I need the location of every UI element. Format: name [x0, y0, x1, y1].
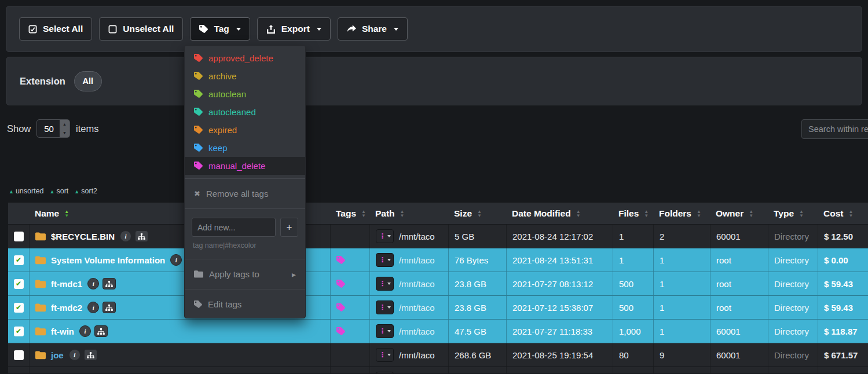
stepper-up-icon[interactable]	[60, 120, 69, 129]
tag-button[interactable]: Tag	[190, 17, 250, 41]
size-cell: 5 GB	[448, 225, 506, 248]
folders-cell: 9	[653, 343, 710, 366]
column-header-type[interactable]: Type	[768, 203, 818, 224]
path-menu-button[interactable]: ⋮	[376, 324, 394, 338]
sort-link-sort[interactable]: sort	[50, 187, 69, 195]
extension-all-pill[interactable]: All	[74, 71, 102, 91]
info-button[interactable]: i	[170, 254, 182, 266]
search-input[interactable]	[801, 119, 868, 139]
tag-menu-item[interactable]: autoclean	[185, 85, 305, 103]
table-row[interactable]: ✔ System Volume Information i ⋮ /mnt/tac…	[8, 248, 868, 272]
tree-button[interactable]	[94, 325, 108, 337]
tag-icon	[194, 162, 203, 170]
stepper-down-icon[interactable]	[60, 129, 69, 137]
row-checkbox[interactable]: ✔	[14, 279, 24, 289]
row-checkbox[interactable]: ✔	[14, 255, 24, 265]
table-row[interactable]: ✔ ft-mdc1 i ⋮ /mnt/taco 23.8 GB 2021-07-…	[8, 272, 868, 296]
cost-cell: $ 59.43	[818, 272, 868, 295]
folders-cell: 2	[653, 225, 710, 248]
ellipsis-icon: ⋮	[379, 304, 386, 311]
folder-icon	[35, 280, 46, 288]
table-row[interactable]: ✔ $RECYCLE.BIN i ⋮ /mnt/taco 5 GB 2021-0…	[8, 225, 868, 248]
size-cell: 268.6 GB	[448, 343, 506, 366]
show-count-value: 50	[37, 120, 60, 137]
path-cell: ⋮ /mnt/taco	[369, 296, 448, 319]
tag-dropdown-menu: approved_delete archive autoclean autocl…	[184, 45, 306, 318]
toolbar-panel: Select All Unselect All Tag Export Share	[6, 6, 862, 52]
table-row[interactable]: ✔ joe i ⋮ /mnt/taco 268.6 GB 2021-08-25 …	[8, 343, 868, 367]
info-button[interactable]: i	[69, 349, 80, 361]
sort-arrows-icon	[749, 210, 753, 218]
tree-button[interactable]	[102, 302, 116, 313]
sort-arrows-icon	[799, 210, 804, 218]
column-header-date-modified[interactable]: Date Modified	[506, 203, 613, 224]
info-button[interactable]: i	[87, 278, 99, 289]
owner-cell: root	[710, 248, 768, 272]
table-row[interactable]: ✔ ft-win i ⋮ /mnt/taco 47.5 GB 2021-07-2…	[8, 320, 868, 343]
sort-arrows-icon	[400, 210, 405, 218]
remove-all-tags-item[interactable]: ✖ Remove all tags	[185, 182, 305, 205]
info-button[interactable]: i	[87, 302, 99, 313]
sort-up-icon	[50, 187, 55, 195]
sort-link-unsorted[interactable]: unsorted	[9, 187, 44, 195]
caret-down-icon	[317, 28, 321, 31]
path-menu-button[interactable]: ⋮	[376, 300, 394, 314]
add-tag-button[interactable]: +	[280, 218, 298, 237]
path-menu-button[interactable]: ⋮	[376, 253, 394, 267]
apply-tags-to-item[interactable]: Apply tags to ▸	[185, 263, 305, 285]
tag-menu-item[interactable]: autocleaned	[185, 103, 305, 121]
tag-menu-item[interactable]: manual_delete	[185, 157, 305, 175]
path-menu-button[interactable]: ⋮	[376, 348, 394, 362]
menu-divider	[185, 259, 305, 259]
column-header-files[interactable]: Files	[613, 203, 653, 224]
name-link[interactable]: ft-win	[51, 327, 74, 336]
tag-menu-item[interactable]: keep	[185, 139, 305, 157]
name-link[interactable]: $RECYCLE.BIN	[51, 232, 115, 241]
ellipsis-icon: ⋮	[379, 351, 386, 358]
tree-button[interactable]	[84, 349, 97, 361]
name-link[interactable]: ft-mdc2	[51, 303, 82, 313]
show-count-spinner[interactable]: 50	[36, 119, 70, 138]
file-table: Name Tags Path Size Date Modified Files …	[8, 203, 868, 374]
tag-label: autoclean	[208, 89, 246, 99]
unselect-all-button[interactable]: Unselect All	[99, 17, 183, 41]
tag-menu-item[interactable]: approved_delete	[185, 49, 305, 67]
name-link[interactable]: joe	[51, 350, 64, 360]
tag-menu-item[interactable]: expired	[185, 121, 305, 139]
row-checkbox[interactable]: ✔	[14, 327, 24, 336]
name-link[interactable]: ft-mdc1	[51, 279, 82, 289]
select-all-button[interactable]: Select All	[19, 17, 92, 41]
row-checkbox[interactable]: ✔	[14, 350, 24, 360]
column-header-size[interactable]: Size	[448, 203, 506, 224]
share-button[interactable]: Share	[338, 17, 408, 41]
column-header-path[interactable]: Path	[369, 203, 448, 224]
items-label: items	[76, 123, 98, 134]
spinner-stepper[interactable]	[60, 120, 69, 137]
path-menu-button[interactable]: ⋮	[376, 372, 394, 373]
table-row[interactable]: ✔ ft-mdc2 i ⋮ /mnt/taco 23.8 GB 2021-07-…	[8, 296, 868, 320]
tag-menu-item[interactable]: archive	[185, 67, 305, 85]
owner-cell: root	[710, 296, 768, 319]
tree-button[interactable]	[102, 278, 116, 289]
sort-link-sort2[interactable]: sort2	[74, 187, 97, 195]
type-cell: Directory	[768, 225, 818, 248]
path-menu-button[interactable]: ⋮	[376, 229, 394, 243]
export-button[interactable]: Export	[257, 17, 331, 41]
row-checkbox[interactable]: ✔	[14, 303, 24, 313]
table-row-partial[interactable]: ⋮	[8, 367, 868, 374]
info-button[interactable]: i	[79, 325, 91, 337]
path-menu-button[interactable]: ⋮	[376, 277, 394, 291]
owner-cell: 60001	[710, 320, 768, 343]
date-modified-cell: 2021-07-27 11:18:33	[506, 320, 613, 343]
row-checkbox[interactable]: ✔	[14, 232, 24, 241]
tree-button[interactable]	[135, 230, 148, 242]
add-tag-input[interactable]	[192, 218, 276, 237]
size-cell: 76 Bytes	[448, 248, 506, 272]
column-header-tags[interactable]: Tags	[330, 203, 369, 224]
info-button[interactable]: i	[120, 230, 131, 242]
edit-tags-item[interactable]: Edit tags	[185, 293, 305, 316]
column-header-folders[interactable]: Folders	[653, 203, 710, 224]
name-link[interactable]: System Volume Information	[51, 255, 165, 265]
column-header-cost[interactable]: Cost	[818, 203, 868, 224]
column-header-owner[interactable]: Owner	[710, 203, 768, 224]
